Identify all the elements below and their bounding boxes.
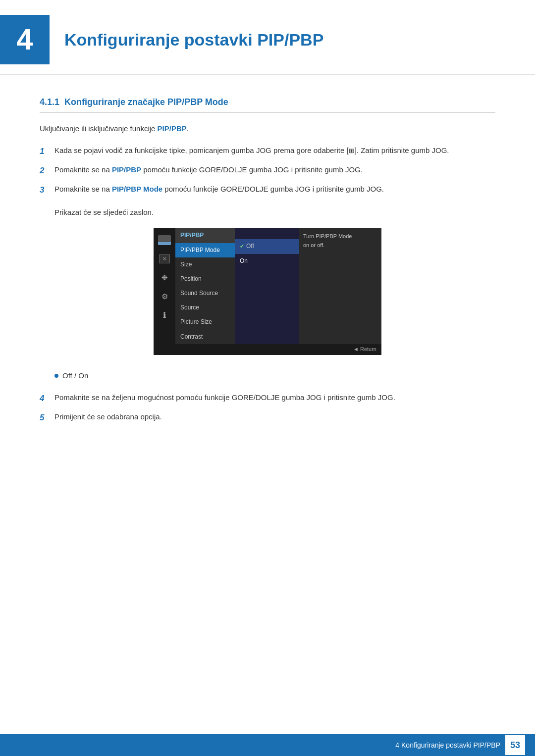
- steps-list: 1 Kada se pojavi vodič za funkcijske tip…: [40, 145, 495, 197]
- step-1: 1 Kada se pojavi vodič za funkcijske tip…: [40, 145, 495, 158]
- step-3: 3 Pomaknite se na PIP/PBP Mode pomoću fu…: [40, 183, 495, 197]
- menu-container: ✕ ✥ ⚙ ℹ: [154, 228, 381, 344]
- menu-item-contrast[interactable]: Contrast: [175, 330, 235, 344]
- menu-col2: ✔ Off On: [235, 228, 299, 344]
- menu-screenshot: ✕ ✥ ⚙ ℹ: [40, 228, 495, 355]
- menu-footer: ◄ Return: [154, 344, 381, 355]
- steps-list-cont: 4 Pomaknite se na željenu mogućnost pomo…: [40, 392, 495, 424]
- step-5: 5 Primijenit će se odabrana opcija.: [40, 411, 495, 424]
- main-content: 4.1.1 Konfiguriranje značajke PIP/PBP Mo…: [0, 95, 535, 474]
- footer-text: 4 Konfiguriranje postavki PIP/PBP: [395, 740, 500, 751]
- menu-option-off[interactable]: ✔ Off: [235, 239, 299, 253]
- menu-option-on[interactable]: On: [235, 254, 299, 268]
- bullet-options-list: Off / On: [54, 370, 495, 382]
- menu-item-position[interactable]: Position: [175, 272, 235, 286]
- menu-icon-x: ✕: [155, 250, 174, 268]
- intro-paragraph: Uključivanje ili isključivanje funkcije …: [40, 123, 495, 135]
- section-heading: 4.1.1 Konfiguriranje značajke PIP/PBP Mo…: [40, 95, 495, 113]
- bullet-off-on: Off / On: [54, 370, 495, 382]
- bullet-dot: [54, 374, 58, 378]
- step-4: 4 Pomaknite se na željenu mogućnost pomo…: [40, 392, 495, 405]
- menu-icon-gear: ⚙: [155, 288, 174, 305]
- check-mark-off: ✔: [240, 242, 244, 251]
- menu-icon-image: [155, 231, 174, 249]
- menu-icon-info: ℹ: [155, 306, 174, 324]
- page-footer: 4 Konfiguriranje postavki PIP/PBP 53: [0, 734, 535, 756]
- step-2: 2 Pomaknite se na PIP/PBP pomoću funkcij…: [40, 164, 495, 177]
- chapter-number-box: 4: [0, 15, 50, 64]
- menu-info-panel: Turn PIP/PBP Mode on or off.: [299, 228, 359, 344]
- page-number-box: 53: [505, 735, 525, 755]
- menu-col1: PIP/PBP PIP/PBP Mode Size Position Sound…: [175, 228, 235, 344]
- chapter-title: Konfiguriranje postavki PIP/PBP: [64, 26, 323, 53]
- chapter-number: 4: [16, 16, 33, 63]
- page-number: 53: [510, 738, 520, 753]
- menu-icon-sidebar: ✕ ✥ ⚙ ℹ: [154, 228, 175, 344]
- menu-item-picturesize[interactable]: Picture Size: [175, 315, 235, 329]
- menu-item-source[interactable]: Source: [175, 301, 235, 315]
- chapter-header: 4 Konfiguriranje postavki PIP/PBP: [0, 0, 535, 75]
- menu-col1-header: PIP/PBP: [175, 228, 235, 243]
- menu-item-pipmode[interactable]: PIP/PBP Mode: [175, 243, 235, 257]
- menu-item-size[interactable]: Size: [175, 257, 235, 272]
- menu-icon-move: ✥: [155, 269, 174, 287]
- menu-item-soundsource[interactable]: Sound Source: [175, 286, 235, 301]
- note-text: Prikazat će se sljedeći zaslon.: [54, 206, 495, 218]
